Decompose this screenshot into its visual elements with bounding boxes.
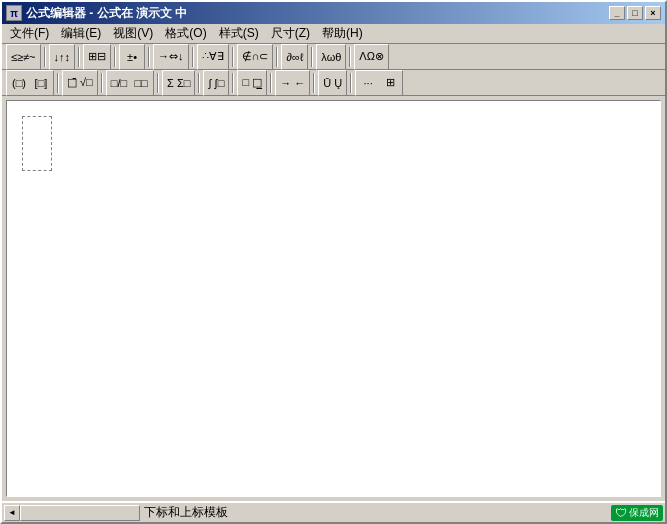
- toolbar-row-2: (□) [□] □̄ √□ □/□ □□ Σ Σ□ ∫ ∫□ □ □̲ → ← …: [2, 70, 665, 96]
- btn-greek2[interactable]: ΛΩ⊗: [356, 46, 387, 68]
- menu-edit[interactable]: 编辑(E): [55, 23, 107, 44]
- sep-3: [114, 47, 116, 67]
- menu-format[interactable]: 格式(O): [159, 23, 212, 44]
- window-title: 公式编辑器 - 公式在 演示文 中: [26, 5, 609, 22]
- watermark-badge: 🛡 保成网: [611, 505, 663, 521]
- toolbar-group-sets: ∉∩⊂: [237, 44, 274, 70]
- toolbar-group-operators: ⊞⊟: [83, 44, 111, 70]
- menu-style[interactable]: 样式(S): [213, 23, 265, 44]
- btn-diacritic[interactable]: Ū Ų: [320, 72, 345, 94]
- btn-matrix[interactable]: □ □̲: [239, 72, 265, 94]
- formula-input-box[interactable]: [22, 116, 52, 171]
- toolbar-group-calculus: ∂∞ℓ: [281, 44, 308, 70]
- toolbar-group-summation: Σ Σ□: [162, 70, 195, 96]
- btn-fraction[interactable]: □/□: [108, 72, 130, 94]
- btn-logic[interactable]: ∴∀∃: [199, 46, 227, 68]
- status-bar: ◄ 下标和上标模板 🛡 保成网: [2, 501, 665, 522]
- shield-icon: 🛡: [615, 506, 627, 520]
- close-button[interactable]: ×: [645, 6, 661, 20]
- menu-help[interactable]: 帮助(H): [316, 23, 369, 44]
- menu-size[interactable]: 尺寸(Z): [265, 23, 316, 44]
- toolbar-group-radicals: □̄ √□: [62, 70, 98, 96]
- sep-2: [78, 47, 80, 67]
- sep-5: [192, 47, 194, 67]
- menu-file[interactable]: 文件(F): [4, 23, 55, 44]
- sep-7: [276, 47, 278, 67]
- main-window: π 公式编辑器 - 公式在 演示文 中 _ □ × 文件(F) 编辑(E) 视图…: [0, 0, 667, 524]
- status-label: 下标和上标模板: [144, 504, 228, 521]
- menu-view[interactable]: 视图(V): [107, 23, 159, 44]
- toolbar-group-greek2: ΛΩ⊗: [354, 44, 389, 70]
- sep-t3: [157, 73, 159, 93]
- btn-plusminus[interactable]: ±•: [121, 46, 143, 68]
- toolbar-group-greek: λωθ: [316, 44, 346, 70]
- btn-calculus[interactable]: ∂∞ℓ: [283, 46, 306, 68]
- toolbar-group-matrices: □ □̲: [237, 70, 267, 96]
- btn-greek[interactable]: λωθ: [318, 46, 344, 68]
- btn-bracket[interactable]: [□]: [30, 72, 52, 94]
- btn-paren[interactable]: (□): [8, 72, 30, 94]
- menu-bar: 文件(F) 编辑(E) 视图(V) 格式(O) 样式(S) 尺寸(Z) 帮助(H…: [2, 24, 665, 44]
- btn-arrows-ud[interactable]: ↓↑↕: [51, 46, 74, 68]
- btn-int[interactable]: ∫ ∫□: [205, 72, 227, 94]
- watermark-text: 保成网: [629, 506, 659, 520]
- btn-overline[interactable]: □̄ √□: [64, 72, 96, 94]
- toolbar-group-fractions: □/□ □□: [106, 70, 154, 96]
- toolbar-group-brackets: (□) [□]: [6, 70, 54, 96]
- btn-dots[interactable]: ···: [357, 72, 379, 94]
- sep-t2: [101, 73, 103, 93]
- maximize-button[interactable]: □: [627, 6, 643, 20]
- sep-4: [148, 47, 150, 67]
- toolbar-group-arrows2: →⇔↓: [153, 44, 189, 70]
- toolbar-group-logic: ∴∀∃: [197, 44, 229, 70]
- btn-sum[interactable]: Σ Σ□: [164, 72, 193, 94]
- formula-editor-canvas[interactable]: [6, 100, 661, 497]
- sep-t6: [270, 73, 272, 93]
- btn-stacked[interactable]: □□: [130, 72, 152, 94]
- btn-arrows2[interactable]: →⇔↓: [155, 46, 187, 68]
- btn-leq[interactable]: ≤≥≠~: [8, 46, 39, 68]
- sep-1: [44, 47, 46, 67]
- btn-sets[interactable]: ∉∩⊂: [239, 46, 272, 68]
- toolbar-group-inequalities: ≤≥≠~: [6, 44, 41, 70]
- btn-box-ops[interactable]: ⊞⊟: [85, 46, 109, 68]
- sep-9: [349, 47, 351, 67]
- toolbar-group-integrals: ∫ ∫□: [203, 70, 229, 96]
- btn-arrow-right[interactable]: → ←: [277, 72, 308, 94]
- toolbar-group-arrows-up: ↓↑↕: [49, 44, 76, 70]
- toolbar-group-arrows3: → ←: [275, 70, 310, 96]
- title-buttons: _ □ ×: [609, 6, 661, 20]
- app-icon: π: [6, 5, 22, 21]
- toolbar-group-misc: ··· ⊞: [355, 70, 403, 96]
- toolbar-group-plusminus: ±•: [119, 44, 145, 70]
- sep-t1: [57, 73, 59, 93]
- minimize-button[interactable]: _: [609, 6, 625, 20]
- scroll-left-button[interactable]: ◄: [4, 505, 20, 521]
- sep-t7: [313, 73, 315, 93]
- toolbar-row-1: ≤≥≠~ ↓↑↕ ⊞⊟ ±• →⇔↓ ∴∀∃ ∉∩⊂ ∂∞ℓ λ: [2, 44, 665, 70]
- toolbar-group-diacritics: Ū Ų: [318, 70, 347, 96]
- sep-t4: [198, 73, 200, 93]
- horizontal-scrollbar[interactable]: [20, 505, 140, 521]
- sep-t5: [232, 73, 234, 93]
- title-bar: π 公式编辑器 - 公式在 演示文 中 _ □ ×: [2, 2, 665, 24]
- sep-t8: [350, 73, 352, 93]
- sep-8: [311, 47, 313, 67]
- sep-6: [232, 47, 234, 67]
- btn-grid[interactable]: ⊞: [379, 72, 401, 94]
